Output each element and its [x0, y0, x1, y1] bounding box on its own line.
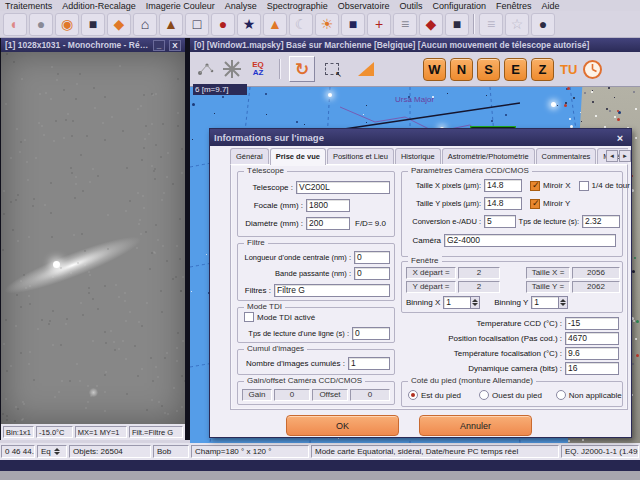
eq-mode-stepper[interactable]: Eq — [37, 445, 67, 458]
binning-x-stepper[interactable]: 1 — [443, 296, 480, 309]
menu-imagerie-couleur[interactable]: Imagerie Couleur — [141, 1, 220, 11]
ok-button[interactable]: OK — [286, 415, 399, 436]
dynamique-camera-input[interactable]: 16 — [565, 362, 619, 375]
zoom-field-icon[interactable] — [219, 56, 245, 82]
list-icon[interactable]: ≡ — [479, 13, 503, 36]
tab-positions-et-lieu[interactable]: Positions et Lieu — [327, 148, 394, 165]
filter-wheel-icon[interactable]: ◆ — [419, 13, 443, 36]
temperature-focalisation-input[interactable]: 9.6 — [565, 347, 619, 360]
ccd-temp-status: -15.0°C — [36, 426, 73, 438]
east-button[interactable]: E — [504, 58, 527, 81]
planet-icon[interactable]: ● — [211, 13, 235, 36]
mask-icon[interactable]: ◉ — [55, 13, 79, 36]
miroir-x-checkbox[interactable] — [530, 181, 540, 191]
select-region-icon[interactable]: ↖ — [319, 56, 345, 82]
menu-aide[interactable]: Aide — [536, 1, 564, 11]
nombre-images-input[interactable]: 1 — [348, 357, 390, 370]
menu-spectrographie[interactable]: Spectrographie — [262, 1, 333, 11]
galaxy-image — [1, 176, 185, 348]
nebula-icon[interactable]: ☾ — [289, 13, 313, 36]
tab-astrometrie-photometrie[interactable]: Astrométrie/Photométrie — [442, 148, 535, 165]
mirror-status: MX=1 MY=1 — [75, 426, 127, 438]
binning-x-spin-arrows[interactable] — [471, 296, 480, 309]
conversion-adu-input[interactable]: 5 — [484, 215, 516, 228]
camera-input[interactable]: G2-4000 — [444, 234, 616, 247]
user-profile-icon[interactable]: ● — [531, 13, 555, 36]
quart-de-tour-checkbox[interactable] — [579, 181, 589, 191]
universal-time-button[interactable]: TU — [560, 62, 577, 77]
star-field-icon[interactable] — [193, 56, 219, 82]
menu-configuration[interactable]: Configuration — [427, 1, 491, 11]
cote-du-pied-group: Coté du pied (monture Allemande) Est du … — [401, 381, 623, 407]
tab-commentaires[interactable]: Commentaires — [536, 148, 597, 165]
bright-star — [551, 102, 556, 107]
binning-y-stepper[interactable]: 1 — [531, 296, 568, 309]
screen-icon[interactable]: ■ — [445, 13, 469, 36]
tdi-checkbox[interactable] — [244, 312, 254, 322]
dialog-close-icon[interactable]: × — [613, 132, 627, 144]
rotate-view-icon[interactable]: ↻ — [289, 56, 315, 82]
pointing-cone-icon[interactable]: ▲ — [263, 13, 287, 36]
non-applicable-radio[interactable] — [556, 390, 566, 400]
dialog-title: Informations sur l'image — [214, 132, 324, 143]
bande-passante-input[interactable]: 0 — [354, 267, 390, 280]
tab-prise-de-vue[interactable]: Prise de vue — [270, 148, 326, 165]
menu-observatoire[interactable]: Observatoire — [333, 1, 395, 11]
tab-historique[interactable]: Historique — [395, 148, 441, 165]
annuler-button[interactable]: Annuler — [419, 415, 532, 436]
ccd-sensor-icon[interactable]: □ — [185, 13, 209, 36]
position-focalisation-input[interactable]: 4670 — [565, 332, 619, 345]
tab-scroll-left-icon[interactable]: ◄ — [606, 150, 618, 162]
eq-spin-arrows[interactable] — [53, 446, 62, 457]
ouest-du-pied-radio[interactable] — [479, 390, 489, 400]
image-window-titlebar[interactable]: [1] 1028x1031 - Monochrome - Réels(32...… — [1, 38, 185, 52]
camera-icon[interactable]: ◆ — [107, 13, 131, 36]
menu-outils[interactable]: Outils — [394, 1, 427, 11]
objects-count: Objets: 26504 — [69, 445, 151, 458]
menu-traitements[interactable]: Traitements — [0, 1, 57, 11]
taille-y-input[interactable]: 14.8 — [484, 197, 522, 210]
gain-value-cell: 0 — [274, 389, 310, 401]
deep-sky-icon[interactable]: ■ — [341, 13, 365, 36]
longueur-onde-input[interactable]: 0 — [354, 251, 390, 264]
menu-analyse[interactable]: Analyse — [220, 1, 262, 11]
dialog-titlebar[interactable]: Informations sur l'image × — [210, 129, 631, 146]
clock-icon[interactable] — [579, 56, 605, 82]
telescope-input[interactable]: VC200L — [296, 181, 390, 194]
star-chart-icon[interactable]: ★ — [237, 13, 261, 36]
miroir-y-checkbox[interactable] — [530, 199, 540, 209]
zenith-button[interactable]: Z — [531, 58, 554, 81]
measure-angle-icon[interactable] — [353, 56, 379, 82]
save-image-icon[interactable]: ● — [29, 13, 53, 36]
open-image-icon[interactable]: ◐ — [3, 13, 27, 36]
telescope-icon[interactable]: ▲ — [159, 13, 183, 36]
histogram-icon[interactable]: ≡ — [393, 13, 417, 36]
image-display-icon[interactable]: ■ — [81, 13, 105, 36]
west-button[interactable]: W — [423, 58, 446, 81]
sky-map-titlebar[interactable]: [0] [Window1.mapsky] Basé sur Marchienne… — [190, 38, 640, 52]
tab-scroll-right-icon[interactable]: ► — [619, 150, 631, 162]
sun-icon[interactable]: ☀ — [315, 13, 339, 36]
filtres-input[interactable]: Filtre G — [274, 284, 390, 297]
taille-x-input[interactable]: 14.8 — [484, 179, 522, 192]
tps-ligne-input[interactable]: 0 — [352, 327, 390, 340]
close-button[interactable]: X — [169, 40, 181, 51]
north-button[interactable]: N — [450, 58, 473, 81]
observatory-dome-icon[interactable]: ⌂ — [133, 13, 157, 36]
menu-fenetres[interactable]: Fenêtres — [491, 1, 537, 11]
temperature-ccd-input[interactable]: -15 — [565, 317, 619, 330]
eq-az-toggle-icon[interactable]: EQAZ — [245, 56, 271, 82]
tools-icon[interactable]: + — [367, 13, 391, 36]
south-button[interactable]: S — [477, 58, 500, 81]
tps-lecture-input[interactable]: 2.32 — [582, 215, 620, 228]
menu-addition-recalage[interactable]: Addition-Recalage — [57, 1, 141, 11]
prise-de-vue-page: Télescope Telescope : VC200L Focale (mm)… — [230, 164, 628, 410]
focale-input[interactable]: 1800 — [306, 199, 350, 212]
binning-y-spin-arrows[interactable] — [559, 296, 568, 309]
minimize-button[interactable]: _ — [153, 40, 165, 51]
image-view[interactable] — [1, 52, 185, 424]
diametre-input[interactable]: 200 — [306, 217, 350, 230]
tab-general[interactable]: Général — [230, 148, 269, 165]
guide-star-icon[interactable]: ☆ — [505, 13, 529, 36]
est-du-pied-radio[interactable] — [408, 390, 418, 400]
